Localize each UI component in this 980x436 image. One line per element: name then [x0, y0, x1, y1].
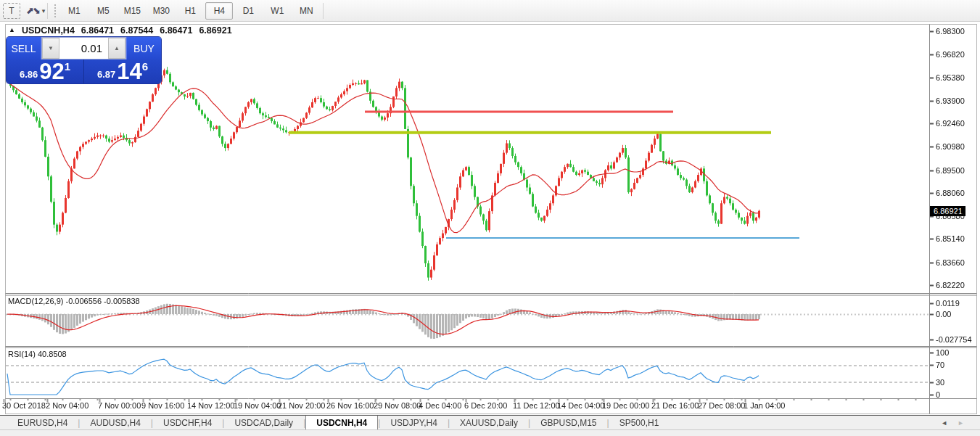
volume-decrease-button[interactable]: ▼	[42, 38, 59, 59]
bottom-tab-usdchf-h4[interactable]: USDCHF,H4	[153, 416, 222, 430]
timeframe-button-d1[interactable]: D1	[234, 2, 262, 20]
price-tick: 6.98300	[936, 27, 965, 36]
time-axis-label: 14 Nov 12:00	[187, 401, 234, 410]
timeframe-button-m5[interactable]: M5	[89, 2, 117, 20]
price-tick: 6.93900	[936, 96, 965, 105]
trading-terminal: T ⬈⬊ ▾ M1M5M15M30H1H4D1W1MN ▲ USDCNH,H4 …	[0, 0, 980, 436]
time-axis-label: 4 Dec 04:00	[419, 401, 461, 410]
buy-price-pip: 6	[142, 60, 148, 73]
toolbar-separator	[323, 3, 324, 19]
status-strip	[0, 429, 980, 436]
price-tick: 6.85140	[936, 234, 965, 243]
buy-price-big: 14	[117, 62, 141, 82]
time-axis-label: 19 Nov 04:00	[234, 401, 281, 410]
timeframe-button-m30[interactable]: M30	[147, 2, 175, 20]
time-axis-label: 26 Nov 16:00	[326, 401, 374, 410]
ohlc-high: 6.87544	[120, 25, 153, 36]
rsi-label: RSI(14) 40.8508	[8, 350, 67, 358]
price-tick: 6.95380	[936, 73, 965, 82]
sell-price[interactable]: 6.86 92 1	[7, 59, 83, 83]
macd-tick: 0.0119	[936, 299, 960, 308]
macd-label: MACD(12,26,9) -0.006556 -0.005838	[8, 297, 140, 305]
time-axis-label: 6 Dec 20:00	[464, 401, 507, 410]
time-axis-label: 11 Dec 12:00	[513, 401, 560, 410]
bottom-tab-gbpusd-m15[interactable]: GBPUSD,M15	[530, 416, 606, 430]
timeframe-button-m1[interactable]: M1	[60, 2, 88, 20]
rsi-tick: 30	[936, 378, 944, 387]
bottom-tab-eurusd-h4[interactable]: EURUSD,H4	[7, 416, 78, 430]
buy-price-small: 6.87	[97, 69, 115, 80]
time-axis-label: 19 Dec 00:00	[602, 401, 649, 410]
price-tick: 6.90980	[936, 142, 965, 151]
toolbar-grip[interactable]	[54, 4, 57, 18]
collapse-icon[interactable]: ▲	[9, 26, 15, 33]
timeframe-button-h1[interactable]: H1	[176, 2, 204, 20]
time-axis-label: 1 Jan 04:00	[744, 401, 786, 410]
toolbar-separator	[47, 3, 48, 19]
price-tick: 6.83660	[936, 258, 965, 267]
timeframe-button-w1[interactable]: W1	[263, 2, 291, 20]
sort-arrows-icon: ⬈⬊	[26, 5, 39, 16]
bottom-tab-usdcad-daily[interactable]: USDCAD,Daily	[224, 416, 303, 430]
time-axis-label: 2 Nov 04:00	[46, 401, 88, 410]
bottom-tab-usdjpy-h4[interactable]: USDJPY,H4	[380, 416, 447, 430]
rsi-tick: 100	[936, 348, 949, 357]
timeframe-button-h4[interactable]: H4	[205, 2, 233, 20]
chart-tab-bar: EURUSD,H4|AUDUSD,H4|USDCHF,H4|USDCAD,Dai…	[0, 415, 980, 430]
ohlc-open: 6.86471	[81, 25, 114, 36]
tab-scroll-controls: ◄ ►	[941, 416, 980, 430]
macd-tick: 0.00	[936, 310, 951, 318]
time-axis-label: 27 Dec 08:00	[698, 401, 745, 410]
buy-price[interactable]: 6.87 14 6	[84, 59, 161, 83]
top-toolbar: T ⬈⬊ ▾ M1M5M15M30H1H4D1W1MN	[0, 0, 980, 22]
time-axis-label: 14 Dec 04:00	[557, 401, 604, 410]
timeframe-button-m15[interactable]: M15	[118, 2, 146, 20]
price-tick: 6.92460	[936, 119, 965, 128]
sell-price-pip: 1	[65, 60, 70, 73]
time-axis-label: 29 Nov 08:00	[374, 401, 421, 410]
tab-scroll-right-icon[interactable]: ►	[958, 419, 964, 427]
volume-increase-button[interactable]: ▲	[108, 38, 125, 59]
ohlc-close: 6.86921	[199, 25, 231, 36]
price-tick: 6.82220	[936, 281, 965, 289]
one-click-trading-panel: SELL ▼ 0.01 ▲ BUY 6.86 92 1 6.87 14	[7, 37, 161, 83]
time-axis-label: 9 Nov 16:00	[141, 401, 184, 410]
volume-box: ▼ 0.01 ▲	[41, 37, 126, 59]
text-tool-icon[interactable]: T	[3, 3, 20, 19]
bottom-tab-xauusd-daily[interactable]: XAUUSD,Daily	[450, 416, 528, 430]
price-tick: 6.96820	[936, 50, 965, 59]
price-tick: 6.86580	[936, 212, 965, 221]
ohlc-low: 6.86471	[160, 25, 192, 36]
volume-input[interactable]: 0.01	[59, 38, 108, 59]
rsi-tick: 70	[936, 361, 944, 369]
bottom-tab-sp500-h1[interactable]: SP500,H1	[609, 416, 670, 430]
price-tick: 6.89500	[936, 166, 965, 175]
time-axis-label: 21 Nov 20:00	[278, 401, 325, 410]
sell-price-big: 92	[39, 62, 64, 82]
buy-button[interactable]: BUY	[126, 37, 161, 59]
tab-scroll-left-icon[interactable]: ◄	[941, 419, 947, 427]
bottom-tab-usdcnh-h4[interactable]: USDCNH,H4	[305, 416, 378, 430]
macd-tick: -0.027754	[936, 335, 972, 344]
timeframe-button-group: M1M5M15M30H1H4D1W1MN	[59, 2, 321, 20]
time-axis-label: 7 Nov 00:00	[98, 401, 141, 410]
price-tick: 6.88060	[936, 189, 965, 197]
chart-window: ▲ USDCNH,H4 6.86471 6.87544 6.86471 6.86…	[0, 22, 980, 415]
sell-button[interactable]: SELL	[7, 37, 41, 59]
rsi-tick: 0	[936, 390, 940, 399]
chart-title: ▲ USDCNH,H4 6.86471 6.87544 6.86471 6.86…	[9, 25, 232, 36]
time-axis: 30 Oct 20182 Nov 04:007 Nov 00:009 Nov 1…	[0, 401, 980, 413]
symbol-name: USDCNH,H4	[22, 25, 75, 36]
timeframe-button-mn[interactable]: MN	[292, 2, 320, 20]
time-axis-label: 21 Dec 16:00	[651, 401, 699, 410]
chevron-down-icon[interactable]: ▾	[42, 7, 46, 15]
sell-price-small: 6.86	[20, 69, 38, 80]
bottom-tab-audusd-h4[interactable]: AUDUSD,H4	[80, 416, 150, 430]
cycle-symbols-button[interactable]: ⬈⬊ ▾	[26, 5, 45, 16]
time-axis-label: 30 Oct 2018	[2, 401, 46, 410]
